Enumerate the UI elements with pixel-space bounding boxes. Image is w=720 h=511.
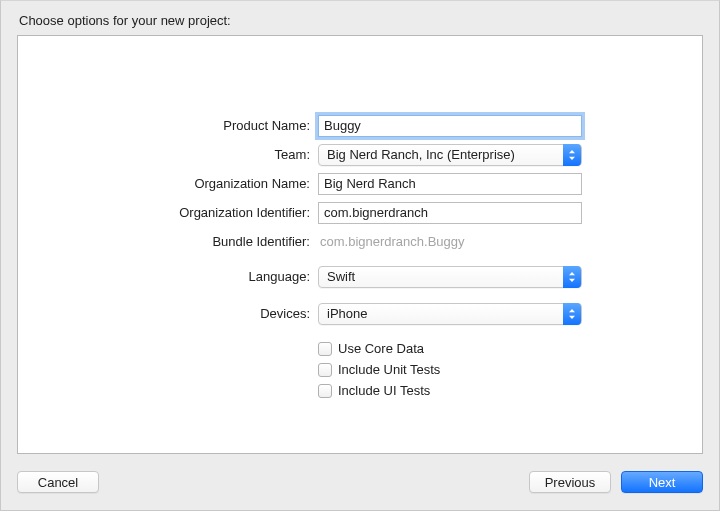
org-name-label: Organization Name: [18, 176, 318, 191]
options-form: Product Name: Team: Big Nerd Ranch, Inc … [18, 111, 702, 401]
org-name-input[interactable] [318, 173, 582, 195]
core-data-label: Use Core Data [338, 341, 424, 356]
team-value: Big Nerd Ranch, Inc (Enterprise) [327, 147, 515, 162]
unit-tests-label: Include Unit Tests [338, 362, 440, 377]
updown-icon [563, 303, 581, 325]
product-name-input[interactable] [318, 115, 582, 137]
bundle-id-label: Bundle Identifier: [18, 234, 318, 249]
dialog-title: Choose options for your new project: [19, 13, 231, 28]
team-popup[interactable]: Big Nerd Ranch, Inc (Enterprise) [318, 144, 582, 166]
updown-icon [563, 144, 581, 166]
options-panel: Product Name: Team: Big Nerd Ranch, Inc … [17, 35, 703, 454]
cancel-button[interactable]: Cancel [17, 471, 99, 493]
org-id-label: Organization Identifier: [18, 205, 318, 220]
dialog-footer: Cancel Previous Next [1, 454, 719, 510]
core-data-checkbox[interactable] [318, 342, 332, 356]
ui-tests-label: Include UI Tests [338, 383, 430, 398]
updown-icon [563, 266, 581, 288]
org-id-input[interactable] [318, 202, 582, 224]
devices-popup[interactable]: iPhone [318, 303, 582, 325]
language-popup[interactable]: Swift [318, 266, 582, 288]
devices-value: iPhone [327, 306, 367, 321]
bundle-id-value: com.bignerdranch.Buggy [318, 234, 465, 249]
devices-label: Devices: [18, 306, 318, 321]
language-value: Swift [327, 269, 355, 284]
language-label: Language: [18, 269, 318, 284]
team-label: Team: [18, 147, 318, 162]
previous-button[interactable]: Previous [529, 471, 611, 493]
next-button[interactable]: Next [621, 471, 703, 493]
product-name-label: Product Name: [18, 118, 318, 133]
ui-tests-checkbox[interactable] [318, 384, 332, 398]
unit-tests-checkbox[interactable] [318, 363, 332, 377]
